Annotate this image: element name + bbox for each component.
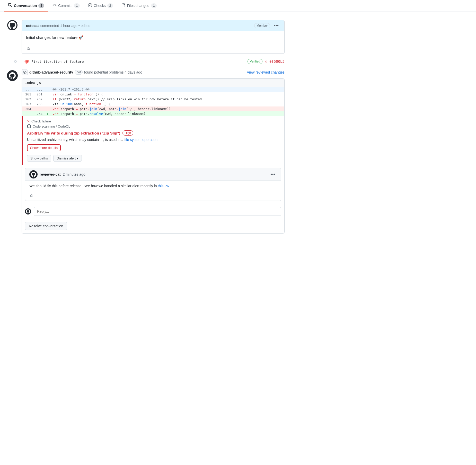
- commits-icon: [52, 3, 57, 8]
- octocat-comment-body: Initial changes for new feature 🚀: [22, 31, 284, 44]
- show-more-details-button[interactable]: Show more details: [27, 144, 61, 151]
- commit-message: First iteration of feature: [31, 60, 84, 64]
- commit-dot: [14, 60, 17, 63]
- view-reviewed-changes-link[interactable]: View reviewed changes: [247, 70, 285, 74]
- bot-badge: bot: [75, 70, 83, 75]
- reviewer-username[interactable]: reviewer-cat: [40, 172, 61, 176]
- reviewer-comment-body: We should fix this before release. See h…: [25, 181, 281, 191]
- diff-num-new: ...: [33, 87, 45, 92]
- verified-badge: Verified: [248, 59, 262, 64]
- diff-filename: index.js: [22, 79, 284, 87]
- tab-files-changed-label: Files changed: [127, 4, 149, 8]
- diff-table: ... ... @@ -261,7 +261,7 @@ 261 261 var …: [22, 87, 284, 116]
- alert-desc-plain: Unsanitized archive entry, which may con…: [27, 138, 124, 142]
- review-header: github-advanced-security bot found poten…: [22, 69, 285, 75]
- reviewer-pr-link[interactable]: this PR: [158, 184, 169, 188]
- review-section: github-advanced-security bot found poten…: [6, 66, 285, 237]
- diff-line-261: 261 261 var onlink = function () {: [22, 92, 284, 97]
- diff-num-old: ...: [22, 87, 33, 92]
- alert-actions: Show paths Dismiss alert ▾: [27, 155, 280, 162]
- alert-source-label: Code scanning / CodeQL: [33, 124, 70, 128]
- commit-octocat-icon: 🐙: [24, 59, 29, 64]
- high-severity-badge: High: [122, 130, 134, 136]
- tab-commits-badge: 1: [74, 3, 80, 8]
- alert-heading-text: Arbitrary file write during zip extracti…: [27, 131, 120, 135]
- checks-icon: [88, 3, 92, 8]
- octocat-comment-header: octocat commented 1 hour ago • edited Me…: [22, 20, 284, 31]
- dismiss-alert-label: Dismiss alert: [57, 156, 76, 160]
- reviewer-more-menu[interactable]: •••: [269, 171, 277, 178]
- alert-failure-label: Check failure: [31, 119, 51, 123]
- diff-header-label: @@ -261,7 +261,7 @@: [51, 87, 284, 92]
- review-author[interactable]: github-advanced-security: [29, 70, 73, 74]
- tab-checks[interactable]: Checks 2: [84, 0, 117, 12]
- reviewer-comment-footer: ☺: [25, 191, 281, 201]
- alert-box: ✕ Check failure Code scanning / CodeQL A…: [22, 116, 284, 165]
- reviewer-body-suffix: .: [170, 184, 171, 188]
- reply-area: [22, 204, 284, 219]
- tab-checks-badge: 2: [107, 3, 113, 8]
- tab-conversation[interactable]: Conversation 2: [4, 0, 48, 12]
- tab-files-changed-badge: 1: [151, 3, 157, 8]
- files-changed-icon: [121, 3, 125, 8]
- resolve-area: Resolve conversation: [22, 219, 284, 233]
- resolve-conversation-button[interactable]: Resolve conversation: [25, 222, 67, 230]
- commit-row: 🐙 First iteration of feature Verified ✕ …: [6, 57, 285, 66]
- tab-commits[interactable]: Commits 1: [48, 0, 84, 12]
- tab-conversation-badge: 2: [38, 3, 44, 8]
- reply-input[interactable]: [34, 207, 281, 216]
- tab-files-changed[interactable]: Files changed 1: [117, 0, 161, 12]
- alert-link[interactable]: file system operation: [125, 138, 157, 142]
- reviewer-time: 2 minutes ago: [63, 172, 85, 176]
- github-logo-avatar: [7, 70, 18, 81]
- tab-commits-label: Commits: [58, 4, 72, 8]
- diff-line-263: 263 263 xfs.unlink(name, function () {: [22, 102, 284, 106]
- reviewer-comment-header: reviewer-cat 2 minutes ago •••: [25, 168, 281, 181]
- code-diff: index.js ... ... @@ -261,7 +261,7 @@ 261: [22, 78, 285, 234]
- reviewer-emoji-button[interactable]: ☺: [29, 193, 34, 199]
- octocat-comment-text: Initial changes for new feature 🚀: [26, 35, 83, 40]
- x-icon: ✕: [265, 60, 267, 64]
- tab-checks-label: Checks: [94, 4, 106, 8]
- octocat-comment-section: octocat commented 1 hour ago • edited Me…: [6, 17, 285, 57]
- octocat-avatar: [7, 20, 17, 30]
- commit-hash[interactable]: 0f500b5: [269, 59, 285, 64]
- show-paths-button[interactable]: Show paths: [27, 155, 51, 162]
- review-action: found potential problems 4 days ago: [84, 70, 142, 74]
- member-badge: Member: [254, 23, 270, 28]
- dismiss-alert-button[interactable]: Dismiss alert ▾: [53, 155, 82, 162]
- octocat-username[interactable]: octocat: [26, 24, 39, 28]
- octocat-comment-footer: ☺: [22, 44, 284, 53]
- x-failure-icon: ✕: [27, 119, 30, 123]
- conversation-icon: [8, 3, 12, 8]
- octocat-more-menu[interactable]: •••: [272, 22, 280, 29]
- octocat-comment-time: commented 1 hour ago • edited: [40, 24, 91, 28]
- diff-line-264-add: 264 + var srcpath = path.resolve(cwd, he…: [22, 111, 284, 116]
- alert-description: Unsanitized archive entry, which may con…: [27, 138, 280, 142]
- tab-conversation-label: Conversation: [14, 4, 37, 8]
- alert-title-row: ✕ Check failure: [27, 119, 280, 123]
- reviewer-avatar: [29, 170, 38, 178]
- alert-heading: Arbitrary file write during zip extracti…: [27, 130, 280, 136]
- reviewer-body-prefix: We should fix this before release. See h…: [29, 184, 157, 188]
- eye-icon[interactable]: [22, 69, 28, 75]
- alert-source: Code scanning / CodeQL: [27, 124, 280, 128]
- tabs-bar: Conversation 2 Commits 1 Checks 2 Files …: [0, 0, 476, 12]
- reply-avatar: [25, 208, 31, 214]
- emoji-reaction-button[interactable]: ☺: [26, 46, 31, 51]
- diff-header-row: ... ... @@ -261,7 +261,7 @@: [22, 87, 284, 92]
- octocat-comment-box: octocat commented 1 hour ago • edited Me…: [22, 20, 285, 54]
- dropdown-arrow-icon: ▾: [77, 156, 78, 160]
- alert-desc-end: .: [158, 138, 160, 142]
- reviewer-comment: reviewer-cat 2 minutes ago ••• We should…: [25, 168, 281, 201]
- diff-line-264-del: 264 - var srcpath = path.join(cwd, path.…: [22, 106, 284, 111]
- diff-line-262: 262 262 if (win32) return next() // skip…: [22, 97, 284, 102]
